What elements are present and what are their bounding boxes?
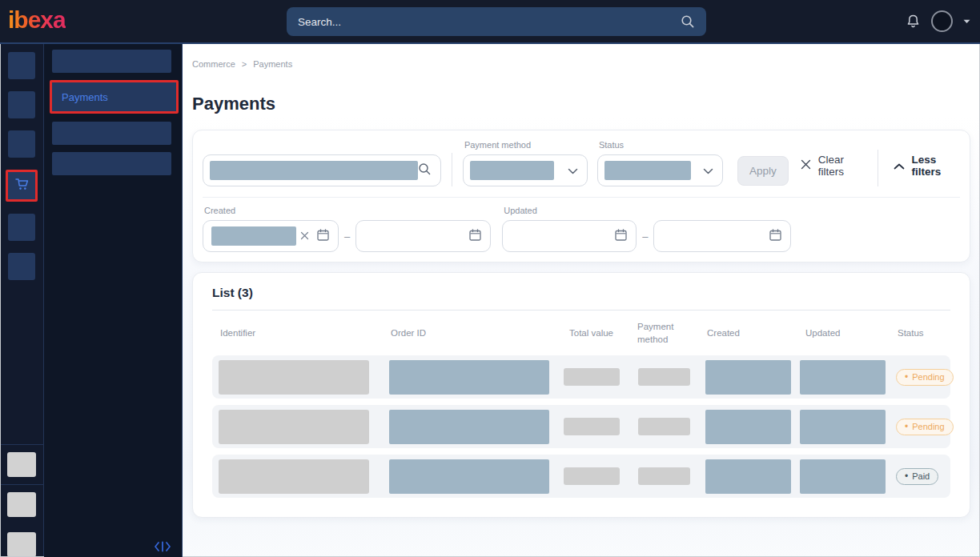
calendar-icon[interactable]: [316, 228, 330, 245]
rail-item-2[interactable]: [8, 91, 35, 118]
redacted-updated: [800, 459, 886, 494]
sidebar-item-4[interactable]: [52, 152, 171, 175]
redacted-status-value: [604, 161, 691, 180]
range-separator: –: [642, 230, 648, 242]
redacted-updated: [800, 410, 886, 444]
redacted-created: [705, 459, 791, 494]
calendar-icon[interactable]: [769, 228, 782, 245]
redacted-payment-method: [638, 418, 690, 435]
column-created: Created: [699, 321, 797, 346]
rail-item-6[interactable]: [8, 253, 35, 280]
redacted-identifier: [219, 459, 369, 494]
redacted-order-id: [389, 360, 549, 395]
chevron-down-icon: [703, 163, 713, 178]
column-updated: Updated: [797, 321, 890, 346]
rail-bottom: [0, 444, 43, 557]
redacted-created: [705, 360, 791, 395]
breadcrumb-separator: >: [242, 59, 247, 69]
main-content: Commerce > Payments Payments: [183, 44, 980, 557]
updated-to-input[interactable]: [653, 220, 791, 252]
sidebar-item-label: Payments: [62, 91, 108, 103]
redacted-date-value: [211, 226, 296, 246]
breadcrumb: Commerce > Payments: [183, 44, 980, 69]
sidebar-item-3[interactable]: [52, 122, 171, 145]
topbar-actions: [906, 10, 970, 32]
status-badge: • Pending: [896, 369, 954, 386]
updated-from-input[interactable]: [502, 220, 637, 252]
rail-item-commerce[interactable]: [6, 170, 38, 202]
redacted-order-id: [389, 459, 549, 494]
shopping-cart-icon: [13, 175, 30, 196]
breadcrumb-payments[interactable]: Payments: [253, 59, 292, 69]
apply-button[interactable]: Apply: [737, 156, 789, 186]
created-to-input[interactable]: [355, 220, 491, 252]
clear-filters-label: Clear filters: [818, 154, 865, 178]
table-row[interactable]: • Paid: [212, 455, 950, 498]
less-filters-label: Less filters: [912, 154, 961, 178]
icon-rail: [0, 44, 44, 557]
user-avatar[interactable]: [931, 10, 953, 32]
table-row[interactable]: • Pending: [212, 405, 950, 448]
status-select[interactable]: [597, 154, 723, 186]
column-total-value: Total value: [561, 321, 629, 346]
column-status: Status: [890, 321, 950, 346]
rail-item-5[interactable]: [8, 214, 35, 241]
filter-search-input[interactable]: [203, 154, 441, 186]
created-label: Created: [204, 206, 491, 215]
caret-down-icon[interactable]: [963, 19, 970, 24]
rail-item-3[interactable]: [8, 130, 35, 158]
status-badge: • Paid: [896, 468, 938, 485]
status-label: Status: [599, 140, 723, 150]
sidebar-panel: Payments: [44, 44, 183, 557]
redacted-payment-method: [638, 467, 690, 485]
calendar-icon[interactable]: [468, 228, 482, 245]
calendar-icon[interactable]: [614, 228, 628, 245]
list-title: List (3): [212, 286, 950, 300]
table-row[interactable]: • Pending: [212, 355, 950, 399]
payment-method-select[interactable]: [463, 154, 588, 186]
redacted-total-value: [564, 467, 620, 485]
rail-bottom-item-1[interactable]: [7, 452, 36, 477]
column-order-id: Order ID: [383, 321, 561, 346]
global-search[interactable]: [287, 7, 706, 36]
redacted-payment-method-value: [470, 161, 554, 180]
column-payment-method: Payment method: [629, 321, 699, 346]
search-icon: [418, 162, 432, 179]
divider: [203, 197, 960, 198]
rail-item-1[interactable]: [8, 52, 35, 79]
divider: [878, 150, 878, 186]
ibexa-logo[interactable]: ibexa: [8, 8, 66, 35]
redacted-identifier: [219, 360, 369, 395]
status-badge: • Pending: [896, 419, 954, 435]
collapse-sidebar-icon[interactable]: [153, 541, 172, 552]
bell-icon[interactable]: [906, 14, 921, 30]
updated-label: Updated: [504, 206, 791, 215]
clear-date-icon[interactable]: [300, 229, 309, 243]
topbar: ibexa: [0, 0, 980, 44]
range-separator: –: [344, 230, 350, 242]
page-title: Payments: [192, 94, 980, 114]
clear-filters-button[interactable]: Clear filters: [801, 154, 865, 178]
rail-bottom-item-3[interactable]: [7, 532, 36, 557]
global-search-input[interactable]: [298, 16, 681, 28]
divider: [452, 153, 452, 186]
breadcrumb-commerce[interactable]: Commerce: [192, 59, 235, 69]
redacted-payment-method: [638, 368, 690, 386]
list-card: List (3) Identifier Order ID Total value…: [192, 272, 970, 518]
redacted-total-value: [564, 368, 620, 386]
column-identifier: Identifier: [212, 321, 383, 346]
created-from-input[interactable]: [203, 220, 339, 252]
redacted-created: [705, 410, 791, 444]
less-filters-button[interactable]: Less filters: [894, 154, 961, 178]
sidebar-item-payments[interactable]: Payments: [52, 82, 176, 111]
rail-bottom-item-2[interactable]: [7, 492, 36, 517]
redacted-updated: [800, 360, 886, 395]
table-header: Identifier Order ID Total value Payment …: [212, 311, 950, 355]
chevron-up-icon: [894, 160, 905, 172]
sidebar-item-payments-highlight: Payments: [50, 80, 179, 114]
app-window: ibexa: [0, 0, 980, 557]
divider: [0, 484, 43, 485]
redacted-total-value: [564, 418, 620, 435]
filters-card: Payment method Status: [192, 130, 970, 262]
sidebar-item-1[interactable]: [52, 50, 171, 73]
